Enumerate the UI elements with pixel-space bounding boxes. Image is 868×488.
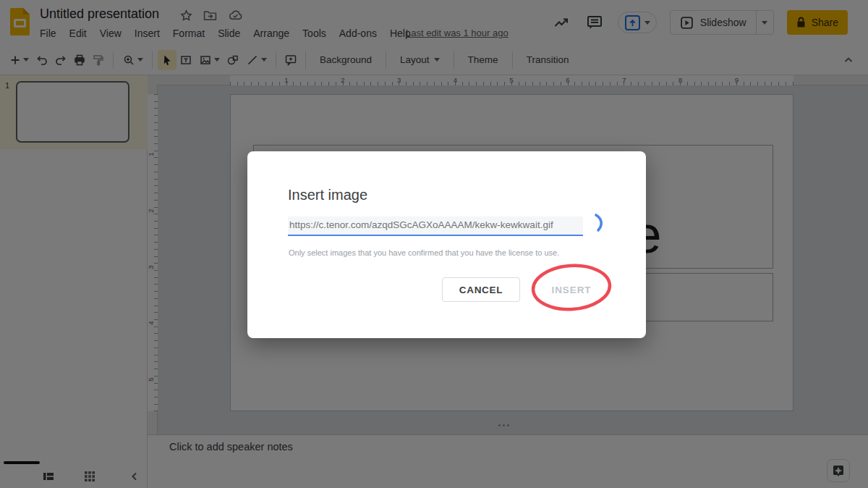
insert-image-dialog: Insert image Only select images that you… — [247, 151, 646, 338]
dialog-helper-text: Only select images that you have confirm… — [289, 248, 559, 257]
annotation-layer — [247, 151, 646, 338]
dialog-title: Insert image — [288, 187, 367, 203]
cancel-button[interactable]: CANCEL — [442, 277, 520, 302]
insert-button[interactable]: INSERT — [533, 277, 610, 302]
image-url-input[interactable] — [288, 216, 583, 236]
slides-app: Untitled presentation FileEditViewInsert… — [0, 0, 868, 488]
blue-pen-mark — [596, 215, 601, 230]
